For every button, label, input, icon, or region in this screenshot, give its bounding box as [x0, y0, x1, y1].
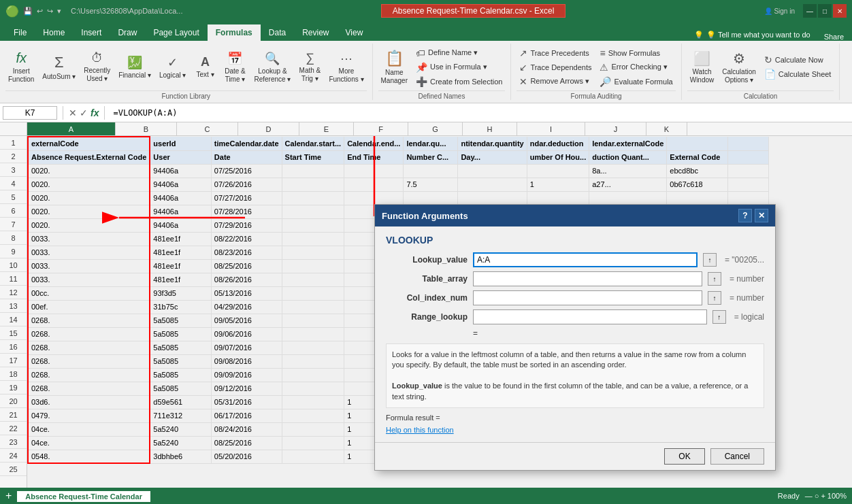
cell-d4[interactable] [282, 178, 344, 191]
lookup-reference-button[interactable]: 🔍 Lookup &Reference ▾ [251, 50, 293, 85]
cell-h3[interactable] [527, 164, 589, 178]
tab-insert[interactable]: Insert [73, 24, 110, 41]
date-time-button[interactable]: 📅 Date &Time ▾ [221, 50, 248, 85]
dialog-field-input-col[interactable] [473, 290, 702, 305]
cell-b24[interactable]: 3dbhbe6 [150, 450, 211, 463]
cell-k5[interactable] [728, 191, 769, 205]
col-header-e[interactable]: E [299, 122, 354, 136]
cell-a19[interactable]: 0268. [28, 382, 150, 395]
dialog-cancel-button[interactable]: Cancel [710, 448, 764, 465]
cell-b3[interactable]: 94406a [150, 164, 211, 178]
insert-function-formula-icon[interactable]: fx [91, 107, 99, 118]
cell-b23[interactable]: 5a5240 [150, 436, 211, 450]
row-header-13[interactable]: 13 [0, 299, 27, 313]
cell-b16[interactable]: 5a5085 [150, 341, 211, 354]
cell-b14[interactable]: 5a5085 [150, 314, 211, 327]
cell-a15[interactable]: 0268. [28, 327, 150, 341]
cell-b18[interactable]: 5a5085 [150, 368, 211, 382]
dialog-field-input-range[interactable] [473, 309, 707, 324]
col-header-g[interactable]: G [408, 122, 463, 136]
cell-j5[interactable] [667, 191, 728, 205]
cell-d17[interactable] [282, 354, 344, 368]
row-header-21[interactable]: 21 [0, 408, 27, 422]
cell-a5[interactable]: 0020. [28, 191, 150, 205]
row-header-22[interactable]: 22 [0, 422, 27, 435]
cell-b9[interactable]: 481ee1f [150, 246, 211, 259]
col-header-j[interactable]: J [585, 122, 646, 136]
cell-c1[interactable]: timeCalendar.date [211, 137, 282, 150]
define-name-button[interactable]: 🏷 Define Name ▾ [413, 46, 505, 60]
cell-a4[interactable]: 0020. [28, 178, 150, 191]
cell-j1[interactable] [667, 137, 728, 150]
zoom-controls[interactable]: — ○ + 100% [805, 492, 847, 500]
function-arguments-dialog[interactable]: Function Arguments ? ✕ VLOOKUP Lookup_va… [374, 204, 776, 471]
cell-d9[interactable] [282, 246, 344, 259]
cell-d3[interactable] [282, 164, 344, 178]
cell-f2[interactable]: Number C... [404, 150, 458, 164]
cell-b17[interactable]: 5a5085 [150, 354, 211, 368]
name-box[interactable]: K7 [3, 106, 57, 120]
cell-d22[interactable] [282, 422, 344, 436]
quick-access-undo[interactable]: ↩ [37, 7, 43, 16]
dialog-field-collapse-table[interactable]: ↑ [708, 272, 721, 286]
close-button[interactable]: ✕ [833, 4, 847, 18]
cell-k3[interactable] [728, 164, 769, 178]
cell-c3[interactable]: 07/25/2016 [211, 164, 282, 178]
cell-a21[interactable]: 0479. [28, 409, 150, 422]
cell-h1[interactable]: ndar.deduction [527, 137, 589, 150]
cell-h2[interactable]: umber Of Hou... [527, 150, 589, 164]
minimize-button[interactable]: — [803, 4, 817, 18]
cell-d21[interactable] [282, 409, 344, 422]
watch-window-button[interactable]: ⬜ WatchWindow [687, 49, 717, 86]
trace-dependents-button[interactable]: ↙ Trace Dependents [517, 61, 594, 74]
cell-c12[interactable]: 05/13/2016 [211, 286, 282, 300]
cell-e2[interactable]: End Time [344, 150, 404, 164]
row-header-11[interactable]: 11 [0, 272, 27, 286]
cell-g2[interactable]: Day... [458, 150, 527, 164]
cell-c15[interactable]: 09/06/2016 [211, 327, 282, 341]
cell-c22[interactable]: 08/24/2016 [211, 422, 282, 436]
cell-c17[interactable]: 09/08/2016 [211, 354, 282, 368]
cell-g3[interactable] [458, 164, 527, 178]
cell-c14[interactable]: 09/05/2016 [211, 314, 282, 327]
cell-g4[interactable] [458, 178, 527, 191]
cell-d6[interactable] [282, 205, 344, 218]
cell-c23[interactable]: 08/25/2016 [211, 436, 282, 450]
row-header-8[interactable]: 8 [0, 231, 27, 245]
insert-function-button[interactable]: fx InsertFunction [5, 49, 37, 85]
cell-b22[interactable]: 5a5240 [150, 422, 211, 436]
ribbon-search[interactable]: 💡 💡 Tell me what you want to do [689, 29, 816, 41]
col-header-d[interactable]: D [238, 122, 299, 136]
tab-home[interactable]: Home [35, 24, 73, 41]
row-header-10[interactable]: 10 [0, 258, 27, 272]
cell-a3[interactable]: 0020. [28, 164, 150, 178]
cell-a10[interactable]: 0033. [28, 259, 150, 273]
row-header-15[interactable]: 15 [0, 326, 27, 340]
cell-b5[interactable]: 94406a [150, 191, 211, 205]
cell-d13[interactable] [282, 300, 344, 314]
tab-review[interactable]: Review [294, 24, 337, 41]
cell-e1[interactable]: Calendar.end... [344, 137, 404, 150]
cell-c8[interactable]: 08/22/2016 [211, 232, 282, 246]
cell-d14[interactable] [282, 314, 344, 327]
cell-b4[interactable]: 94406a [150, 178, 211, 191]
cell-d23[interactable] [282, 436, 344, 450]
cell-b12[interactable]: 93f3d5 [150, 286, 211, 300]
cell-c7[interactable]: 07/29/2016 [211, 218, 282, 232]
dialog-field-collapse-lookup[interactable]: ↑ [703, 253, 717, 267]
cell-b6[interactable]: 94406a [150, 205, 211, 218]
tab-file[interactable]: File [5, 24, 35, 41]
row-header-5[interactable]: 5 [0, 190, 27, 204]
cell-d1[interactable]: Calendar.start... [282, 137, 344, 150]
cell-i1[interactable]: lendar.externalCode [589, 137, 667, 150]
cell-d11[interactable] [282, 273, 344, 286]
col-header-c[interactable]: C [177, 122, 238, 136]
cell-d16[interactable] [282, 341, 344, 354]
row-header-9[interactable]: 9 [0, 245, 27, 258]
row-header-7[interactable]: 7 [0, 218, 27, 231]
share-button[interactable]: Share [816, 33, 852, 41]
cell-c11[interactable]: 08/26/2016 [211, 273, 282, 286]
cell-a23[interactable]: 04ce. [28, 436, 150, 450]
cell-d12[interactable] [282, 286, 344, 300]
row-header-23[interactable]: 23 [0, 435, 27, 449]
